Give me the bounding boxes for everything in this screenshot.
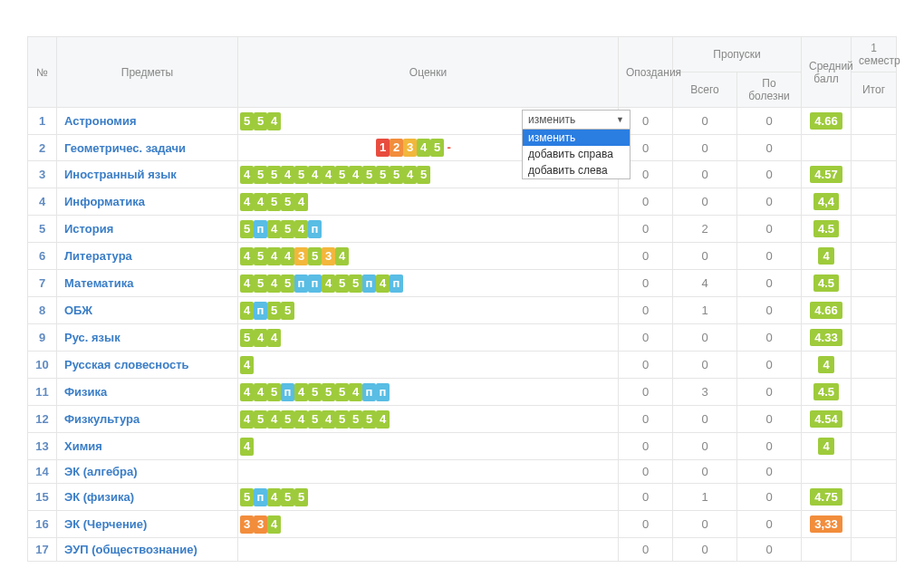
grade-badge[interactable]: 4 [267, 410, 281, 429]
subject-link[interactable]: ЭУП (обществознание) [64, 543, 197, 556]
subject-link[interactable]: Астрономия [64, 114, 137, 128]
grade-badge[interactable]: 3 [240, 515, 254, 534]
subject-link[interactable]: ОБЖ [64, 303, 92, 317]
grade-badge[interactable]: 5 [362, 410, 376, 429]
grade-badge[interactable]: 4 [240, 356, 254, 374]
grade-badge[interactable]: 5 [349, 410, 362, 429]
subject-link[interactable]: Иностранный язык [64, 168, 177, 181]
dropdown-option[interactable]: добавить справа [523, 146, 630, 162]
grade-badge[interactable]: 5 [254, 112, 267, 130]
grade-badge[interactable]: 4 [240, 383, 254, 401]
grade-badge[interactable]: 5 [390, 166, 403, 184]
absence-badge[interactable]: п [308, 220, 322, 238]
absence-badge[interactable]: п [254, 488, 267, 506]
grade-badge[interactable]: 4 [281, 247, 294, 265]
grade-badge[interactable]: 4 [267, 275, 281, 293]
grade-badge[interactable]: 4 [267, 112, 281, 130]
grade-badge[interactable]: 4 [267, 488, 281, 506]
grade-badge[interactable]: 5 [240, 220, 254, 238]
absence-badge[interactable]: п [308, 275, 322, 293]
grade-badge[interactable]: 4 [254, 383, 267, 401]
grade-badge[interactable]: 5 [322, 383, 335, 401]
subject-link[interactable]: ЭК (Черчение) [64, 517, 147, 531]
grade-badge[interactable]: 4 [267, 329, 281, 347]
dropdown-trigger[interactable]: изменить ▼ [522, 110, 630, 130]
subject-link[interactable]: Информатика [64, 195, 145, 208]
subject-link[interactable]: ЭК (алгебра) [64, 465, 138, 478]
subject-link[interactable]: Геометричес. задачи [64, 141, 186, 155]
grade-badge[interactable]: 5 [335, 383, 349, 401]
grade-badge[interactable]: 4 [294, 410, 308, 429]
absence-badge[interactable]: п [281, 383, 294, 401]
grade-badge[interactable]: 4 [294, 383, 308, 401]
grade-badge[interactable]: 4 [240, 247, 254, 265]
absence-badge[interactable]: п [362, 383, 376, 401]
grade-badge[interactable]: 4 [322, 410, 335, 429]
grade-badge[interactable]: 4 [267, 220, 281, 238]
grade-badge[interactable]: 5 [335, 166, 349, 184]
grade-badge[interactable]: 5 [240, 488, 254, 506]
subject-link[interactable]: Физика [64, 385, 107, 399]
subject-link[interactable]: История [64, 222, 113, 236]
grade-badge[interactable]: 5 [281, 193, 294, 211]
grade-badge[interactable]: 5 [294, 166, 308, 184]
grade-badge[interactable]: 4 [240, 193, 254, 211]
grade-badge[interactable]: 4 [294, 220, 308, 238]
grade-badge[interactable]: 5 [294, 488, 308, 506]
grade-badge[interactable]: 5 [254, 410, 267, 429]
grade-badge[interactable]: 5 [335, 410, 349, 429]
absence-badge[interactable]: п [376, 383, 390, 401]
grade-badge[interactable]: 4 [254, 193, 267, 211]
grade-badge[interactable]: 5 [281, 410, 294, 429]
subject-link[interactable]: Русская словесность [64, 358, 189, 371]
grade-badge[interactable]: 5 [281, 275, 294, 293]
grade-badge[interactable]: 4 [322, 275, 335, 293]
grade-badge[interactable]: 5 [308, 410, 322, 429]
grade-dropdown[interactable]: изменить ▼ изменить добавить справа доба… [522, 110, 630, 179]
grade-badge[interactable]: 5 [267, 302, 281, 320]
grade-badge[interactable]: 5 [308, 247, 322, 265]
grade-badge[interactable]: 5 [281, 302, 294, 320]
grade-badge[interactable]: 5 [281, 488, 294, 506]
grade-badge[interactable]: 5 [267, 193, 281, 211]
grade-badge[interactable]: 4 [349, 383, 362, 401]
absence-badge[interactable]: п [294, 275, 308, 293]
grade-badge[interactable]: 4 [254, 329, 267, 347]
grade-badge[interactable]: 4 [294, 193, 308, 211]
grade-badge[interactable]: 5 [240, 329, 254, 347]
grade-badge[interactable]: 4 [308, 166, 322, 184]
grade-badge[interactable]: 4 [322, 166, 335, 184]
subject-link[interactable]: Физкультура [64, 412, 140, 426]
absence-badge[interactable]: п [254, 220, 267, 238]
grade-badge[interactable]: 4 [240, 410, 254, 429]
grade-badge[interactable]: 5 [281, 220, 294, 238]
grade-badge[interactable]: 3 [322, 247, 335, 265]
grade-badge[interactable]: 3 [294, 247, 308, 265]
grade-badge[interactable]: 4 [240, 166, 254, 184]
grade-badge[interactable]: 5 [254, 166, 267, 184]
grade-badge[interactable]: 4 [376, 275, 390, 293]
dropdown-option[interactable]: добавить слева [523, 162, 630, 178]
absence-badge[interactable]: п [254, 302, 267, 320]
absence-badge[interactable]: п [390, 275, 403, 293]
subject-link[interactable]: Рус. язык [64, 331, 120, 344]
grade-badge[interactable]: 5 [362, 166, 376, 184]
grade-badge[interactable]: 5 [308, 383, 322, 401]
grade-badge[interactable]: 4 [267, 247, 281, 265]
grade-badge[interactable]: 5 [254, 275, 267, 293]
grade-badge[interactable]: 5 [267, 166, 281, 184]
grade-badge[interactable]: 5 [349, 275, 362, 293]
grade-badge[interactable]: 4 [267, 515, 281, 534]
grade-badge[interactable]: 5 [417, 166, 430, 184]
subject-link[interactable]: Литература [64, 249, 132, 263]
grade-badge[interactable]: 4 [376, 410, 390, 429]
grade-badge[interactable]: 4 [335, 247, 349, 265]
subject-link[interactable]: Математика [64, 276, 133, 290]
grade-badge[interactable]: 5 [335, 275, 349, 293]
subject-link[interactable]: ЭК (физика) [64, 490, 134, 504]
grade-badge[interactable]: 5 [267, 383, 281, 401]
grade-badge[interactable]: 5 [240, 112, 254, 130]
grade-badge[interactable]: 5 [376, 166, 390, 184]
absence-badge[interactable]: п [362, 275, 376, 293]
grade-badge[interactable]: 3 [254, 515, 267, 534]
